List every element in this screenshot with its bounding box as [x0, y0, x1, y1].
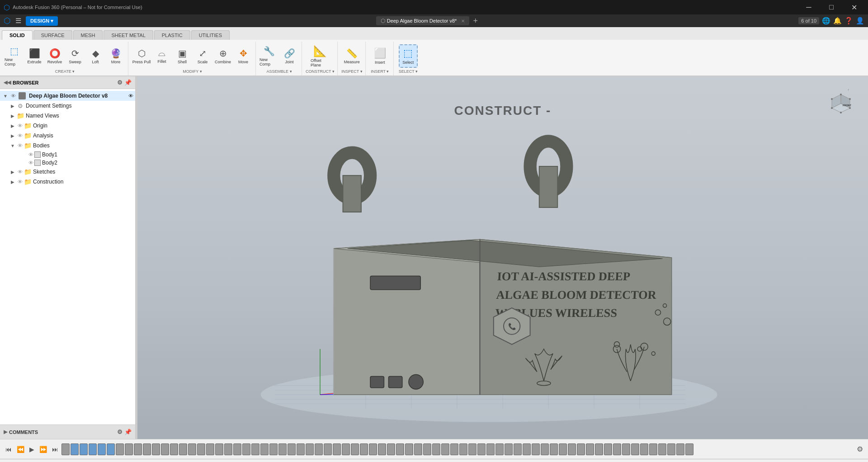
root-eye-icon[interactable]: 👁 — [9, 92, 17, 100]
timeline-frame-68[interactable] — [667, 443, 675, 455]
notification-icon[interactable]: 🔔 — [833, 17, 842, 25]
timeline-frame-62[interactable] — [613, 443, 621, 455]
timeline-frame-27[interactable] — [297, 443, 305, 455]
timeline-frame-66[interactable] — [649, 443, 657, 455]
tree-doc-settings[interactable]: ▶ ⚙ Document Settings — [0, 101, 135, 111]
timeline-frame-55[interactable] — [550, 443, 558, 455]
comments-expand-icon[interactable]: ▶ — [4, 429, 7, 435]
construction-expand-icon[interactable]: ▶ — [9, 179, 16, 184]
press-pull-button[interactable]: ⬡Press Pull — [132, 45, 151, 67]
timeline-frame-39[interactable] — [405, 443, 413, 455]
timeline-frame-17[interactable] — [206, 443, 214, 455]
select-label[interactable]: SELECT ▾ — [399, 69, 418, 75]
timeline-frame-70[interactable] — [685, 443, 693, 455]
inspect-label[interactable]: INSPECT ▾ — [341, 69, 362, 75]
timeline-frame-58[interactable] — [577, 443, 585, 455]
new-comp-assem-button[interactable]: 🔧New Comp — [259, 45, 278, 67]
tab-surface[interactable]: SURFACE — [33, 30, 72, 40]
minimize-button[interactable]: ─ — [798, 0, 819, 14]
timeline-frame-35[interactable] — [369, 443, 377, 455]
timeline-frame-46[interactable] — [468, 443, 476, 455]
timeline-frame-1[interactable] — [61, 443, 70, 455]
timeline-frame-65[interactable] — [640, 443, 648, 455]
bodies-eye-icon[interactable]: 👁 — [16, 143, 24, 148]
tree-construction[interactable]: ▶ 👁 📁 Construction — [0, 177, 135, 187]
create-more-button[interactable]: 🔮More — [106, 45, 125, 67]
offset-plane-button[interactable]: 📐 Offset Plane — [311, 44, 330, 68]
timeline-frame-64[interactable] — [631, 443, 639, 455]
first-frame-button[interactable]: ⏮ — [4, 445, 14, 454]
3d-model[interactable]: IOT AI-ASSISTED DEEP ALGAE BLOOM DETECTO… — [137, 76, 868, 439]
timeline-frame-7[interactable] — [116, 443, 124, 455]
tree-bodies[interactable]: ▼ 👁 📁 Bodies — [0, 141, 135, 151]
body1-eye-icon[interactable]: 👁 — [27, 152, 34, 157]
timeline-frame-29[interactable] — [315, 443, 323, 455]
timeline-frame-22[interactable] — [251, 443, 259, 455]
timeline-frame-53[interactable] — [532, 443, 540, 455]
select-mode-button[interactable]: ⬚ Select — [399, 44, 418, 68]
tree-named-views[interactable]: ▶ 📁 Named Views — [0, 111, 135, 121]
timeline-frame-44[interactable] — [450, 443, 458, 455]
viewport[interactable]: CONSTRUCT - — [137, 76, 868, 439]
timeline-frame-23[interactable] — [260, 443, 269, 455]
timeline-frame-57[interactable] — [568, 443, 576, 455]
timeline-settings-button[interactable]: ⚙ — [855, 443, 864, 455]
network-icon[interactable]: 🌐 — [822, 17, 830, 25]
timeline-frame-60[interactable] — [595, 443, 603, 455]
timeline-frame-20[interactable] — [233, 443, 241, 455]
bodies-expand-icon[interactable]: ▼ — [9, 143, 16, 148]
tab-utilities[interactable]: UTILITIES — [191, 30, 230, 40]
comments-pin-icon[interactable]: 📌 — [124, 429, 132, 435]
timeline-frame-54[interactable] — [541, 443, 549, 455]
timeline-frame-30[interactable] — [324, 443, 332, 455]
timeline-frame-6[interactable] — [107, 443, 115, 455]
viewcube[interactable]: FRONT ↑ — [823, 85, 859, 122]
timeline-frame-48[interactable] — [486, 443, 495, 455]
timeline-frame-11[interactable] — [152, 443, 160, 455]
origin-expand-icon[interactable]: ▶ — [9, 123, 16, 128]
doc-tab-close[interactable]: ✕ — [461, 19, 465, 24]
tab-sheet-metal[interactable]: SHEET METAL — [104, 30, 153, 40]
timeline-frame-45[interactable] — [459, 443, 467, 455]
timeline-frame-19[interactable] — [224, 443, 232, 455]
tree-analysis[interactable]: ▶ 👁 📁 Analysis — [0, 131, 135, 141]
insert-select-button[interactable]: ⬜ Insert — [370, 44, 389, 68]
prev-frame-button[interactable]: ⏪ — [15, 445, 26, 454]
timeline-frame-41[interactable] — [423, 443, 431, 455]
timeline-frame-18[interactable] — [215, 443, 223, 455]
timeline-frame-69[interactable] — [676, 443, 684, 455]
design-menu[interactable]: DESIGN ▾ — [26, 16, 58, 26]
scale-button[interactable]: ⤢Scale — [193, 45, 212, 67]
assemble-label[interactable]: ASSEMBLE ▾ — [266, 69, 292, 75]
timeline-frame-13[interactable] — [170, 443, 178, 455]
timeline-frame-56[interactable] — [559, 443, 567, 455]
construct-label[interactable]: CONSTRUCT ▾ — [306, 69, 335, 75]
new-tab-button[interactable]: + — [470, 16, 481, 26]
play-button[interactable]: ▶ — [28, 445, 36, 454]
extrude-button[interactable]: ⬛Extrude — [25, 45, 44, 67]
last-frame-button[interactable]: ⏭ — [50, 445, 60, 454]
help-icon[interactable]: ❓ — [844, 17, 853, 25]
timeline-frame-2[interactable] — [71, 443, 79, 455]
timeline-frame-12[interactable] — [161, 443, 169, 455]
hamburger-menu[interactable]: ☰ — [12, 15, 25, 27]
timeline-frame-26[interactable] — [288, 443, 296, 455]
create-label[interactable]: CREATE ▾ — [55, 69, 75, 75]
revolve-button[interactable]: ⭕Revolve — [45, 45, 64, 67]
analysis-eye-icon[interactable]: 👁 — [16, 133, 24, 138]
timeline-frame-61[interactable] — [604, 443, 612, 455]
sweep-button[interactable]: ⟳Sweep — [66, 45, 85, 67]
body2-eye-icon[interactable]: 👁 — [27, 160, 34, 165]
tree-body2[interactable]: 👁 Body2 — [0, 159, 135, 167]
timeline-frame-4[interactable] — [89, 443, 97, 455]
timeline-frame-36[interactable] — [378, 443, 386, 455]
sketches-expand-icon[interactable]: ▶ — [9, 170, 16, 174]
timeline-frame-34[interactable] — [360, 443, 368, 455]
construction-eye-icon[interactable]: 👁 — [16, 179, 24, 184]
timeline-frame-15[interactable] — [188, 443, 196, 455]
move-button[interactable]: ✥Move — [234, 45, 253, 67]
timeline-frame-52[interactable] — [523, 443, 531, 455]
new-component-button[interactable]: ⬚New Comp — [5, 45, 24, 67]
timeline-frame-59[interactable] — [586, 443, 594, 455]
timeline-frame-63[interactable] — [622, 443, 630, 455]
